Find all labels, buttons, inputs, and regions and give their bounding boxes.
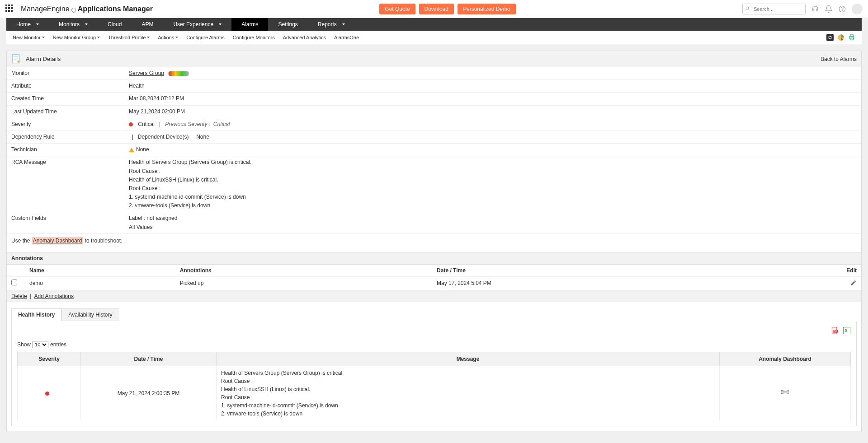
hist-col-datetime: Date / Time [81, 352, 217, 366]
detail-label: RCA Message [11, 158, 129, 165]
severity-critical-icon [129, 122, 133, 126]
chevron-down-icon [97, 37, 100, 38]
subnav-alarmsone[interactable]: AlarmsOne [334, 35, 359, 40]
back-to-alarms-link[interactable]: Back to Alarms [821, 56, 857, 62]
headset-icon[interactable] [811, 5, 819, 13]
apps-grid-icon[interactable] [5, 5, 14, 14]
subnav-new-monitor[interactable]: New Monitor [13, 35, 45, 40]
detail-value-rca: Health of Servers Group (Servers Group) … [129, 158, 857, 210]
brand-company: ManageEngine [21, 5, 70, 13]
monitor-link[interactable]: Servers Group [129, 70, 164, 76]
search-box [742, 4, 806, 14]
sub-nav: New MonitorNew Monitor GroupThreshold Pr… [6, 31, 862, 44]
detail-label: Attribute [11, 82, 129, 89]
main-nav: HomeMonitorsCloudAPMUser ExperienceAlarm… [6, 18, 862, 31]
detail-label: Monitor [11, 69, 129, 76]
history-datetime: May 21, 2024 2:00:35 PM [81, 366, 217, 420]
nav-reports[interactable]: Reports [308, 18, 355, 31]
detail-label: Technician [11, 145, 129, 153]
annotation-text: Picked up [175, 276, 432, 290]
edit-icon[interactable] [850, 280, 857, 286]
svg-point-3 [842, 10, 843, 11]
chevron-down-icon [42, 37, 45, 38]
chevron-down-icon [36, 23, 39, 25]
svg-text:PDF: PDF [833, 330, 837, 332]
detail-value-severity: Critical | Previous Severity : Critical [129, 120, 857, 129]
delete-annotation-link[interactable]: Delete [11, 293, 27, 299]
nav-home[interactable]: Home [6, 18, 49, 31]
svg-line-1 [748, 9, 750, 10]
svg-rect-6 [850, 35, 854, 36]
user-avatar[interactable] [852, 4, 863, 14]
personalized-demo-button[interactable]: Personalized Demo [458, 4, 516, 14]
refresh-icon[interactable] [826, 34, 834, 41]
svg-rect-7 [850, 38, 854, 40]
detail-label: Last Updated Time [11, 107, 129, 115]
nav-user-experience[interactable]: User Experience [163, 18, 231, 31]
export-pdf-icon[interactable]: PDF [831, 326, 839, 335]
anomaly-dashboard-link[interactable]: Anomaly Dashboard [32, 237, 84, 244]
bell-icon[interactable] [825, 5, 833, 13]
detail-value-updated: May 21,2024 02:00 PM [129, 107, 857, 116]
anomaly-post-text: to troubleshoot. [85, 238, 123, 244]
add-annotation-link[interactable]: Add Annotations [34, 293, 73, 299]
chevron-down-icon [219, 23, 222, 25]
page-size-select[interactable]: 10 [33, 341, 48, 348]
get-quote-button[interactable]: Get Quote [379, 4, 415, 14]
download-button[interactable]: Download [419, 4, 454, 14]
subnav-actions[interactable]: Actions [158, 35, 178, 40]
nav-alarms[interactable]: Alarms [231, 18, 268, 31]
nav-cloud[interactable]: Cloud [98, 18, 132, 31]
col-edit: Edit [834, 265, 861, 277]
brand-product: Applications Manager [78, 5, 153, 13]
detail-value-custom: Label : not assignedAll Values [129, 214, 857, 231]
annotation-row: demoPicked upMay 17, 2024 5:04 PM [7, 276, 861, 290]
subnav-configure-alarms[interactable]: Configure Alarms [186, 35, 224, 40]
nav-settings[interactable]: Settings [268, 18, 307, 31]
anomaly-dashboard-icon[interactable] [781, 389, 789, 396]
chevron-down-icon [175, 37, 178, 38]
nav-apm[interactable]: APM [132, 18, 163, 31]
subnav-new-monitor-group[interactable]: New Monitor Group [53, 35, 100, 40]
tab-health-history[interactable]: Health History [11, 308, 61, 321]
export-xls-icon[interactable]: X [843, 326, 851, 335]
help-icon[interactable] [838, 5, 846, 13]
subnav-advanced-analytics[interactable]: Advanced Analytics [283, 35, 326, 40]
annotation-datetime: May 17, 2024 5:04 PM [432, 276, 834, 290]
detail-label: Custom Fields [11, 214, 129, 221]
chart-icon[interactable] [837, 34, 844, 41]
annotations-table: Name Annotations Date / Time Edit demoPi… [7, 265, 861, 290]
print-icon[interactable] [848, 34, 855, 41]
search-input[interactable] [742, 4, 806, 14]
detail-label: Created Time [11, 94, 129, 102]
anomaly-hint: Use the Anomaly Dashboard to troubleshoo… [7, 234, 861, 247]
hist-col-severity: Severity [18, 352, 81, 366]
annotations-header: Annotations [7, 252, 861, 265]
col-name: Name [25, 265, 175, 277]
hist-col-message: Message [217, 352, 720, 366]
brand-loop-icon [71, 6, 77, 13]
chevron-down-icon [342, 23, 345, 25]
detail-value-attribute: Health [129, 82, 857, 90]
annotation-name: demo [25, 276, 175, 290]
detail-value-dependency: | Dependent Device(s) : None [129, 133, 857, 141]
subnav-threshold-profile[interactable]: Threshold Profile [108, 35, 150, 40]
svg-text:X: X [845, 328, 848, 333]
history-table: Severity Date / Time Message Anomaly Das… [17, 352, 851, 420]
monitor-status-badges[interactable] [168, 71, 189, 76]
nav-monitors[interactable]: Monitors [49, 18, 98, 31]
anomaly-pre-text: Use the [11, 238, 30, 244]
chevron-down-icon [85, 23, 88, 25]
svg-point-0 [746, 7, 749, 9]
history-message: Health of Servers Group (Servers Group) … [217, 366, 720, 420]
search-icon [745, 6, 750, 11]
detail-value-created: Mar 08,2024 07:12 PM [129, 94, 857, 103]
show-label: Show [17, 341, 31, 348]
tab-availability-history[interactable]: Availability History [61, 308, 119, 321]
annotation-checkbox[interactable] [11, 280, 17, 285]
alarm-doc-icon [11, 54, 21, 65]
subnav-configure-monitors[interactable]: Configure Monitors [233, 35, 275, 40]
col-annotations: Annotations [175, 265, 432, 277]
detail-value-monitor: Servers Group [129, 69, 857, 78]
panel-title: Alarm Details [26, 56, 61, 62]
